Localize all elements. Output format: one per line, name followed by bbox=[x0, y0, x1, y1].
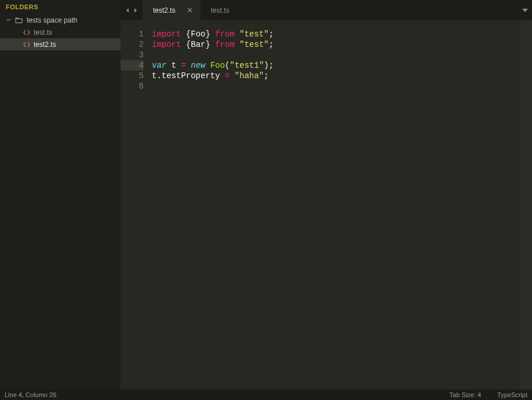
nav-forward-icon[interactable] bbox=[133, 8, 138, 13]
code-line[interactable]: var t = new Foo("test1"); bbox=[152, 60, 532, 71]
file-label: test2.ts bbox=[34, 41, 56, 49]
line-number[interactable]: 4 bbox=[121, 60, 144, 71]
tab-label: test.ts bbox=[211, 6, 229, 14]
nav-back-icon[interactable] bbox=[125, 8, 130, 13]
tab-label: test2.ts bbox=[153, 6, 176, 14]
code-file-icon bbox=[23, 42, 30, 47]
code-line[interactable] bbox=[152, 50, 532, 60]
editor-area: test2.ts test.ts 1 2 3 4 5 bbox=[121, 0, 532, 390]
status-language[interactable]: TypeScript bbox=[497, 391, 527, 398]
code-line[interactable]: t.testProperty = "haha"; bbox=[152, 71, 532, 81]
tab-test2[interactable]: test2.ts bbox=[143, 0, 201, 20]
sidebar-header: FOLDERS bbox=[0, 0, 121, 14]
status-cursor[interactable]: Line 4, Column 26 bbox=[5, 391, 56, 398]
tab-test[interactable]: test.ts bbox=[201, 0, 254, 20]
chevron-down-icon[interactable] bbox=[6, 18, 12, 23]
main-area: FOLDERS tests space path test.ts test2.t… bbox=[0, 0, 532, 390]
sidebar: FOLDERS tests space path test.ts test2.t… bbox=[0, 0, 121, 390]
folder-label: tests space path bbox=[27, 16, 77, 24]
tab-history-nav bbox=[121, 0, 143, 20]
code-body[interactable]: import {Foo} from "test";import {Bar} fr… bbox=[152, 29, 532, 390]
code-line[interactable]: import {Bar} from "test"; bbox=[152, 39, 532, 50]
line-number[interactable]: 1 bbox=[121, 29, 144, 39]
status-bar: Line 4, Column 26 Tab Size: 4 TypeScript bbox=[0, 390, 532, 400]
gutter: 1 2 3 4 5 6 bbox=[121, 29, 152, 390]
line-number[interactable]: 2 bbox=[121, 39, 144, 50]
status-right: Tab Size: 4 TypeScript bbox=[450, 391, 527, 398]
code-line[interactable]: import {Foo} from "test"; bbox=[152, 29, 532, 39]
sidebar-folder[interactable]: tests space path bbox=[0, 14, 121, 26]
folder-open-icon bbox=[15, 17, 23, 24]
minimap[interactable] bbox=[520, 20, 532, 390]
line-number[interactable]: 6 bbox=[121, 81, 144, 91]
file-label: test.ts bbox=[34, 28, 52, 36]
code-file-icon bbox=[23, 30, 30, 35]
sidebar-file-test2[interactable]: test2.ts bbox=[0, 38, 121, 50]
tabs-bar: test2.ts test.ts bbox=[121, 0, 532, 20]
tabs-menu-icon[interactable] bbox=[518, 0, 532, 20]
close-icon[interactable] bbox=[187, 8, 192, 13]
code-editor[interactable]: 1 2 3 4 5 6 import {Foo} from "test";imp… bbox=[121, 20, 532, 390]
line-number[interactable]: 5 bbox=[121, 71, 144, 81]
line-number[interactable]: 3 bbox=[121, 50, 144, 60]
sidebar-file-test[interactable]: test.ts bbox=[0, 26, 121, 38]
status-tab-size[interactable]: Tab Size: 4 bbox=[450, 391, 481, 398]
code-line[interactable] bbox=[152, 81, 532, 91]
